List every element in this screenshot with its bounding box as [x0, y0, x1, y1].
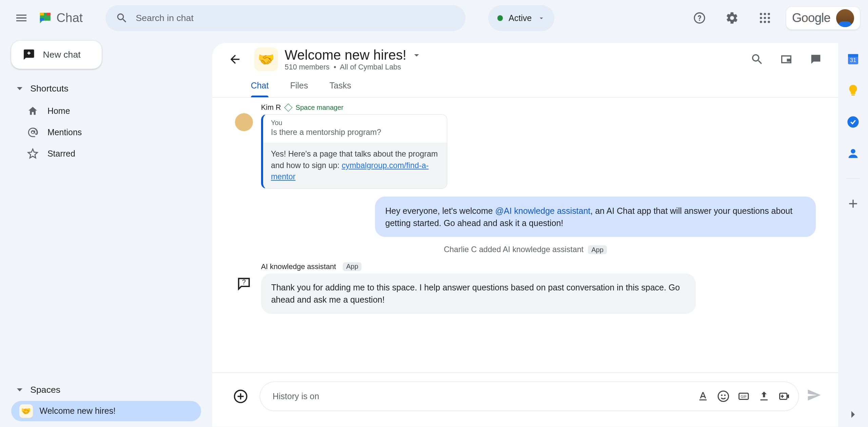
- sender-avatar: [235, 113, 253, 131]
- manager-diamond-icon: [284, 103, 292, 111]
- svg-point-5: [768, 17, 770, 19]
- emoji-icon[interactable]: [717, 390, 730, 403]
- settings-button[interactable]: [721, 7, 744, 29]
- new-chat-button[interactable]: New chat: [11, 41, 102, 69]
- search-placeholder: Search in chat: [136, 13, 194, 23]
- search-icon: [116, 12, 128, 24]
- send-icon: [807, 388, 821, 402]
- spaces-header[interactable]: Spaces: [11, 380, 201, 400]
- svg-point-21: [847, 116, 859, 127]
- account-switcher[interactable]: Google: [786, 7, 860, 29]
- gear-icon: [725, 11, 739, 25]
- space-title: Welcome new hires!: [285, 47, 407, 63]
- plus-circle-icon: [233, 389, 248, 404]
- svg-point-2: [768, 13, 770, 15]
- upload-icon[interactable]: [758, 390, 770, 403]
- keep-icon[interactable]: [846, 84, 860, 97]
- shortcuts-header[interactable]: Shortcuts: [11, 79, 201, 99]
- message-composer[interactable]: History is on GIF: [260, 382, 798, 411]
- arrow-left-icon: [228, 53, 242, 66]
- chevron-down-icon[interactable]: [411, 49, 422, 61]
- svg-point-11: [718, 391, 729, 402]
- reply-text: Yes! Here's a page that talks about the …: [263, 143, 447, 188]
- ai-avatar: ?: [235, 274, 253, 292]
- sender-name: Kim R: [261, 103, 281, 112]
- svg-point-22: [851, 149, 855, 154]
- svg-rect-20: [851, 94, 855, 95]
- own-message: Hey everyone, let's welcome @AI knowledg…: [375, 197, 815, 237]
- chevron-down-icon: [537, 14, 545, 22]
- svg-point-4: [764, 17, 766, 19]
- question-bubble-icon: ?: [236, 276, 252, 292]
- svg-point-13: [724, 394, 726, 396]
- svg-point-3: [760, 17, 762, 19]
- space-subtitle: 510 members • All of Cymbal Labs: [285, 63, 422, 72]
- tab-tasks[interactable]: Tasks: [327, 76, 353, 97]
- system-message: Charlie C added AI knowledge assistant A…: [235, 245, 816, 255]
- apps-grid-icon: [758, 11, 772, 25]
- svg-point-12: [721, 394, 723, 396]
- svg-point-6: [760, 21, 762, 23]
- search-icon: [750, 53, 764, 66]
- app-badge: App: [588, 245, 607, 254]
- handshake-icon: 🤝: [19, 404, 33, 418]
- svg-text:?: ?: [242, 278, 246, 286]
- status-selector[interactable]: Active: [488, 5, 554, 31]
- svg-rect-18: [848, 54, 858, 57]
- ai-message-body: Thank you for adding me to this space. I…: [261, 273, 696, 314]
- gif-icon[interactable]: GIF: [737, 390, 750, 403]
- tab-files[interactable]: Files: [288, 76, 310, 97]
- back-button[interactable]: [224, 48, 246, 71]
- search-bar[interactable]: Search in chat: [105, 5, 466, 31]
- chat-logo-icon: [37, 10, 53, 26]
- quoted-reply: You Is there a mentorship program? Yes! …: [261, 114, 448, 189]
- rail-divider: [846, 178, 860, 179]
- status-label: Active: [509, 13, 532, 23]
- main-menu-button[interactable]: [8, 4, 35, 32]
- calendar-icon[interactable]: 31: [846, 52, 860, 65]
- app-badge: App: [343, 262, 362, 271]
- app-name: Chat: [57, 11, 83, 25]
- help-button[interactable]: [688, 7, 711, 29]
- svg-point-0: [760, 13, 762, 15]
- app-logo: Chat: [37, 10, 83, 26]
- new-chat-label: New chat: [43, 49, 81, 60]
- shortcut-starred[interactable]: Starred: [11, 145, 201, 163]
- svg-point-8: [768, 21, 770, 23]
- send-button[interactable]: [807, 388, 821, 405]
- space-emoji-icon: 🤝: [254, 47, 278, 71]
- hamburger-icon: [15, 11, 28, 25]
- video-icon[interactable]: [778, 390, 791, 403]
- space-item-welcome-new-hires[interactable]: 🤝 Welcome new hires!: [11, 401, 201, 421]
- composer-placeholder: History is on: [273, 391, 691, 401]
- ai-sender-name: AI knowledge assistant: [261, 262, 336, 271]
- search-in-space-button[interactable]: [746, 48, 768, 71]
- add-app-icon[interactable]: [846, 197, 860, 210]
- pip-icon: [780, 53, 793, 66]
- pip-button[interactable]: [775, 48, 798, 71]
- star-icon: [27, 148, 38, 159]
- contacts-icon[interactable]: [846, 147, 860, 160]
- expand-panel-icon[interactable]: [846, 408, 860, 421]
- sender-role: Space manager: [296, 104, 343, 111]
- svg-point-1: [764, 13, 766, 15]
- tab-chat[interactable]: Chat: [249, 76, 271, 97]
- caret-down-icon: [17, 87, 22, 90]
- svg-text:GIF: GIF: [741, 394, 747, 399]
- help-icon: [693, 11, 706, 25]
- tasks-icon[interactable]: [846, 115, 860, 129]
- chat-lines-icon: [809, 53, 823, 66]
- new-chat-icon: [23, 48, 35, 61]
- thread-button[interactable]: [804, 48, 827, 71]
- format-icon[interactable]: [697, 390, 709, 403]
- google-brand: Google: [792, 11, 830, 25]
- user-avatar: [836, 9, 854, 27]
- at-icon: [27, 127, 38, 138]
- shortcut-mentions[interactable]: Mentions: [11, 123, 201, 141]
- status-dot-icon: [497, 15, 503, 21]
- shortcut-home[interactable]: Home: [11, 102, 201, 120]
- mention-ai-assistant[interactable]: @AI knowledge assistant: [495, 206, 590, 216]
- home-icon: [27, 105, 38, 117]
- add-attachment-button[interactable]: [229, 385, 252, 408]
- apps-button[interactable]: [754, 7, 776, 29]
